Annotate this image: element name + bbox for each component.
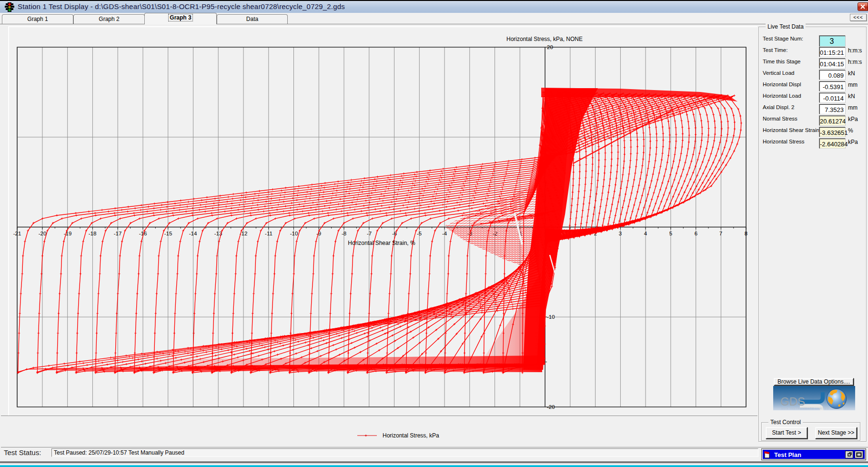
svg-text:-20: -20 bbox=[547, 404, 555, 410]
svg-text:7: 7 bbox=[719, 231, 722, 236]
svg-text:-8: -8 bbox=[342, 231, 346, 236]
svg-text:-17: -17 bbox=[114, 231, 122, 236]
svg-text:5: 5 bbox=[669, 231, 672, 236]
svg-text:-4: -4 bbox=[442, 231, 447, 236]
svg-text:-10: -10 bbox=[290, 231, 298, 236]
svg-text:3: 3 bbox=[619, 231, 622, 236]
svg-text:6: 6 bbox=[695, 231, 697, 236]
svg-text:-5: -5 bbox=[417, 231, 422, 236]
svg-text:-7: -7 bbox=[367, 231, 372, 236]
svg-text:-21: -21 bbox=[13, 231, 21, 236]
svg-text:-10: -10 bbox=[547, 314, 555, 320]
svg-text:-20: -20 bbox=[39, 231, 47, 236]
svg-text:-15: -15 bbox=[164, 231, 172, 236]
svg-text:-19: -19 bbox=[64, 231, 72, 236]
svg-text:Horizontal Stress, kPa: Horizontal Stress, kPa bbox=[383, 432, 439, 439]
svg-text:-14: -14 bbox=[189, 231, 197, 236]
svg-text:Horizontal Stress, kPa, NONE: Horizontal Stress, kPa, NONE bbox=[506, 36, 583, 42]
svg-text:4: 4 bbox=[644, 231, 647, 236]
svg-text:Horizontal Shear Strain, %: Horizontal Shear Strain, % bbox=[348, 240, 415, 246]
svg-text:-18: -18 bbox=[89, 231, 97, 236]
svg-text:8: 8 bbox=[745, 231, 747, 236]
svg-text:20: 20 bbox=[547, 44, 553, 50]
svg-text:-11: -11 bbox=[265, 231, 273, 236]
